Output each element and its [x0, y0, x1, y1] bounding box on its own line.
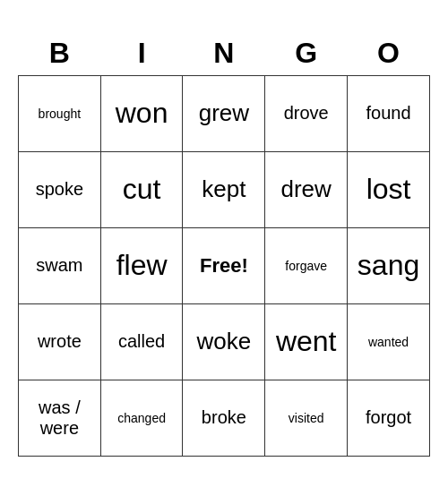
bingo-row-0: broughtwongrewdrovefound — [19, 75, 430, 151]
bingo-cell-1-1: cut — [100, 151, 183, 227]
bingo-cell-4-4: forgot — [348, 380, 430, 456]
bingo-cell-2-2: Free! — [183, 227, 265, 303]
bingo-row-1: spokecutkeptdrewlost — [19, 151, 430, 227]
header-letter-n: N — [183, 30, 265, 75]
bingo-cell-0-2: grew — [183, 75, 265, 151]
bingo-cell-2-1: flew — [100, 227, 183, 303]
bingo-cell-4-0: was /were — [19, 380, 101, 456]
bingo-cell-1-3: drew — [265, 151, 348, 227]
bingo-cell-4-1: changed — [100, 380, 183, 456]
bingo-cell-2-0: swam — [19, 227, 101, 303]
bingo-cell-3-0: wrote — [19, 303, 101, 380]
bingo-cell-0-0: brought — [19, 75, 101, 151]
bingo-cell-1-2: kept — [183, 151, 265, 227]
bingo-row-3: wrotecalledwokewentwanted — [19, 303, 430, 380]
header-letter-i: I — [100, 30, 183, 75]
bingo-row-4: was /werechangedbrokevisitedforgot — [19, 380, 430, 456]
bingo-card: BINGO broughtwongrewdrovefoundspokecutke… — [18, 30, 430, 457]
bingo-cell-0-1: won — [100, 75, 183, 151]
bingo-header: BINGO — [19, 30, 430, 75]
header-letter-g: G — [265, 30, 348, 75]
bingo-cell-0-4: found — [348, 75, 430, 151]
bingo-cell-0-3: drove — [265, 75, 348, 151]
bingo-cell-4-2: broke — [183, 380, 265, 456]
bingo-cell-4-3: visited — [265, 380, 348, 456]
bingo-cell-1-0: spoke — [19, 151, 101, 227]
bingo-cell-3-2: woke — [183, 303, 265, 380]
header-letter-b: B — [19, 30, 101, 75]
bingo-row-2: swamflewFree!forgavesang — [19, 227, 430, 303]
bingo-cell-3-3: went — [265, 303, 348, 380]
bingo-cell-3-4: wanted — [348, 303, 430, 380]
bingo-cell-3-1: called — [100, 303, 183, 380]
bingo-cell-2-4: sang — [348, 227, 430, 303]
bingo-cell-1-4: lost — [348, 151, 430, 227]
header-letter-o: O — [348, 30, 430, 75]
bingo-cell-2-3: forgave — [265, 227, 348, 303]
